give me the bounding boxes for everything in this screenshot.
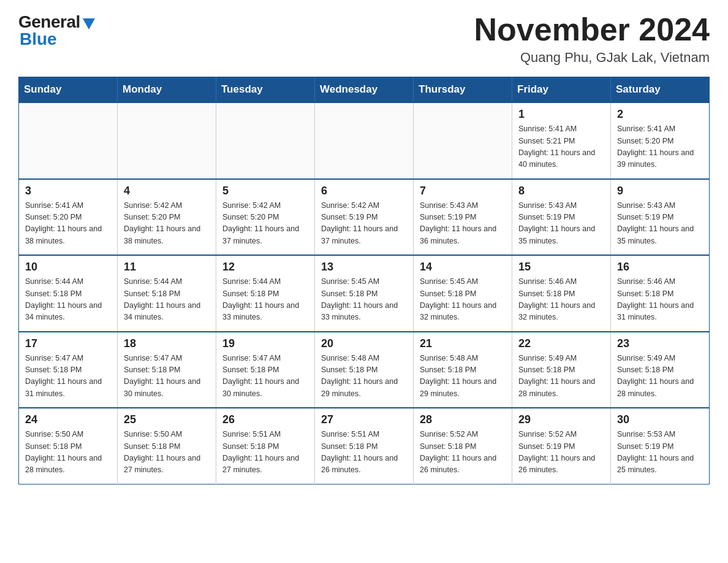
day-info: Sunrise: 5:48 AMSunset: 5:18 PMDaylight:… <box>321 353 407 400</box>
day-info: Sunrise: 5:41 AMSunset: 5:20 PMDaylight:… <box>25 200 111 248</box>
day-info: Sunrise: 5:52 AMSunset: 5:19 PMDaylight:… <box>518 429 604 477</box>
day-number: 21 <box>420 337 506 350</box>
week-row-1: 1Sunrise: 5:41 AMSunset: 5:21 PMDaylight… <box>19 102 710 179</box>
day-of-week-thursday: Thursday <box>414 77 512 103</box>
day-info: Sunrise: 5:44 AMSunset: 5:18 PMDaylight:… <box>25 276 111 324</box>
day-number: 22 <box>518 337 604 350</box>
calendar-cell: 12Sunrise: 5:44 AMSunset: 5:18 PMDayligh… <box>216 255 315 332</box>
day-number: 9 <box>617 185 703 197</box>
calendar-table: SundayMondayTuesdayWednesdayThursdayFrid… <box>18 77 710 484</box>
day-info: Sunrise: 5:53 AMSunset: 5:19 PMDaylight:… <box>617 429 703 477</box>
week-row-2: 3Sunrise: 5:41 AMSunset: 5:20 PMDaylight… <box>19 179 710 256</box>
day-info: Sunrise: 5:46 AMSunset: 5:18 PMDaylight:… <box>617 276 703 324</box>
calendar-cell: 8Sunrise: 5:43 AMSunset: 5:19 PMDaylight… <box>512 179 611 256</box>
calendar-cell <box>118 102 216 179</box>
day-number: 5 <box>222 185 308 197</box>
day-number: 7 <box>420 185 506 197</box>
day-number: 14 <box>420 261 506 274</box>
calendar-cell: 23Sunrise: 5:49 AMSunset: 5:18 PMDayligh… <box>611 332 710 408</box>
day-number: 24 <box>25 413 111 426</box>
calendar-cell: 6Sunrise: 5:42 AMSunset: 5:19 PMDaylight… <box>315 179 414 256</box>
calendar-cell: 13Sunrise: 5:45 AMSunset: 5:18 PMDayligh… <box>315 255 414 332</box>
day-number: 15 <box>518 261 604 274</box>
subtitle: Quang Phu, GJak Lak, Vietnam <box>474 50 710 66</box>
day-info: Sunrise: 5:43 AMSunset: 5:19 PMDaylight:… <box>420 200 506 248</box>
calendar-cell: 3Sunrise: 5:41 AMSunset: 5:20 PMDaylight… <box>19 179 118 256</box>
day-number: 25 <box>124 413 210 426</box>
day-info: Sunrise: 5:49 AMSunset: 5:18 PMDaylight:… <box>617 353 703 400</box>
day-number: 6 <box>321 185 407 197</box>
day-of-week-wednesday: Wednesday <box>315 77 414 103</box>
day-of-week-monday: Monday <box>118 77 216 103</box>
calendar-cell: 16Sunrise: 5:46 AMSunset: 5:18 PMDayligh… <box>611 255 710 332</box>
day-number: 4 <box>124 185 210 197</box>
main-title: November 2024 <box>474 12 710 47</box>
calendar-cell: 26Sunrise: 5:51 AMSunset: 5:18 PMDayligh… <box>216 408 315 484</box>
day-number: 28 <box>420 413 506 426</box>
calendar-cell <box>19 102 118 179</box>
day-number: 17 <box>25 337 111 350</box>
day-number: 8 <box>518 185 604 197</box>
calendar-cell: 18Sunrise: 5:47 AMSunset: 5:18 PMDayligh… <box>118 332 216 408</box>
day-info: Sunrise: 5:45 AMSunset: 5:18 PMDaylight:… <box>420 276 506 324</box>
week-row-4: 17Sunrise: 5:47 AMSunset: 5:18 PMDayligh… <box>19 332 710 408</box>
day-info: Sunrise: 5:44 AMSunset: 5:18 PMDaylight:… <box>124 276 210 324</box>
calendar-cell: 2Sunrise: 5:41 AMSunset: 5:20 PMDaylight… <box>611 102 710 179</box>
day-number: 30 <box>617 413 703 426</box>
day-number: 1 <box>518 108 604 121</box>
day-info: Sunrise: 5:42 AMSunset: 5:19 PMDaylight:… <box>321 200 407 248</box>
calendar-cell: 20Sunrise: 5:48 AMSunset: 5:18 PMDayligh… <box>315 332 414 408</box>
day-number: 29 <box>518 413 604 426</box>
day-info: Sunrise: 5:46 AMSunset: 5:18 PMDaylight:… <box>518 276 604 324</box>
week-row-5: 24Sunrise: 5:50 AMSunset: 5:18 PMDayligh… <box>19 408 710 484</box>
calendar-cell: 10Sunrise: 5:44 AMSunset: 5:18 PMDayligh… <box>19 255 118 332</box>
calendar-cell: 14Sunrise: 5:45 AMSunset: 5:18 PMDayligh… <box>414 255 512 332</box>
day-info: Sunrise: 5:50 AMSunset: 5:18 PMDaylight:… <box>124 429 210 477</box>
day-info: Sunrise: 5:44 AMSunset: 5:18 PMDaylight:… <box>222 276 308 324</box>
day-info: Sunrise: 5:45 AMSunset: 5:18 PMDaylight:… <box>321 276 407 324</box>
day-number: 12 <box>222 261 308 274</box>
calendar-cell: 4Sunrise: 5:42 AMSunset: 5:20 PMDaylight… <box>118 179 216 256</box>
day-info: Sunrise: 5:49 AMSunset: 5:18 PMDaylight:… <box>518 353 604 400</box>
calendar-cell: 1Sunrise: 5:41 AMSunset: 5:21 PMDaylight… <box>512 102 611 179</box>
calendar-cell: 19Sunrise: 5:47 AMSunset: 5:18 PMDayligh… <box>216 332 315 408</box>
calendar-cell: 15Sunrise: 5:46 AMSunset: 5:18 PMDayligh… <box>512 255 611 332</box>
calendar-cell: 21Sunrise: 5:48 AMSunset: 5:18 PMDayligh… <box>414 332 512 408</box>
day-number: 20 <box>321 337 407 350</box>
day-number: 18 <box>124 337 210 350</box>
logo-blue-text: Blue <box>20 29 57 49</box>
day-number: 11 <box>124 261 210 274</box>
calendar-cell: 27Sunrise: 5:51 AMSunset: 5:18 PMDayligh… <box>315 408 414 484</box>
week-row-3: 10Sunrise: 5:44 AMSunset: 5:18 PMDayligh… <box>19 255 710 332</box>
calendar-cell <box>315 102 414 179</box>
day-info: Sunrise: 5:47 AMSunset: 5:18 PMDaylight:… <box>124 353 210 400</box>
calendar-cell: 17Sunrise: 5:47 AMSunset: 5:18 PMDayligh… <box>19 332 118 408</box>
day-info: Sunrise: 5:48 AMSunset: 5:18 PMDaylight:… <box>420 353 506 400</box>
day-of-week-tuesday: Tuesday <box>216 77 315 103</box>
calendar-cell: 9Sunrise: 5:43 AMSunset: 5:19 PMDaylight… <box>611 179 710 256</box>
day-of-week-sunday: Sunday <box>19 77 118 103</box>
day-number: 10 <box>25 261 111 274</box>
day-number: 3 <box>25 185 111 197</box>
day-of-week-saturday: Saturday <box>611 77 710 103</box>
day-number: 23 <box>617 337 703 350</box>
day-info: Sunrise: 5:42 AMSunset: 5:20 PMDaylight:… <box>124 200 210 248</box>
logo-triangle-icon <box>83 18 95 29</box>
day-info: Sunrise: 5:47 AMSunset: 5:18 PMDaylight:… <box>222 353 308 400</box>
calendar-cell: 28Sunrise: 5:52 AMSunset: 5:18 PMDayligh… <box>414 408 512 484</box>
calendar-cell: 11Sunrise: 5:44 AMSunset: 5:18 PMDayligh… <box>118 255 216 332</box>
day-number: 2 <box>617 108 703 121</box>
calendar-cell: 30Sunrise: 5:53 AMSunset: 5:19 PMDayligh… <box>611 408 710 484</box>
title-block: November 2024 Quang Phu, GJak Lak, Vietn… <box>474 12 710 66</box>
day-info: Sunrise: 5:41 AMSunset: 5:20 PMDaylight:… <box>617 123 703 171</box>
day-info: Sunrise: 5:50 AMSunset: 5:18 PMDaylight:… <box>25 429 111 477</box>
day-of-week-friday: Friday <box>512 77 611 103</box>
calendar-cell: 5Sunrise: 5:42 AMSunset: 5:20 PMDaylight… <box>216 179 315 256</box>
day-info: Sunrise: 5:51 AMSunset: 5:18 PMDaylight:… <box>321 429 407 477</box>
day-number: 27 <box>321 413 407 426</box>
day-info: Sunrise: 5:51 AMSunset: 5:18 PMDaylight:… <box>222 429 308 477</box>
day-info: Sunrise: 5:43 AMSunset: 5:19 PMDaylight:… <box>617 200 703 248</box>
calendar-cell: 29Sunrise: 5:52 AMSunset: 5:19 PMDayligh… <box>512 408 611 484</box>
logo: General Blue <box>18 12 95 49</box>
calendar-cell: 7Sunrise: 5:43 AMSunset: 5:19 PMDaylight… <box>414 179 512 256</box>
